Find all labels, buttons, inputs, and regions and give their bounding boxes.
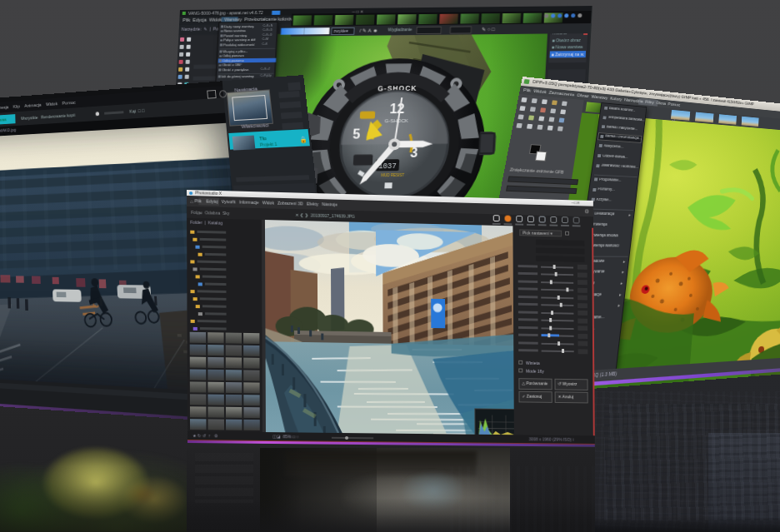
svg-text:5: 5 (352, 127, 361, 142)
svg-text:MUD RESIST: MUD RESIST (381, 173, 404, 177)
svg-text:G-SHOCK: G-SHOCK (385, 118, 408, 123)
svg-text:12: 12 (389, 101, 405, 116)
